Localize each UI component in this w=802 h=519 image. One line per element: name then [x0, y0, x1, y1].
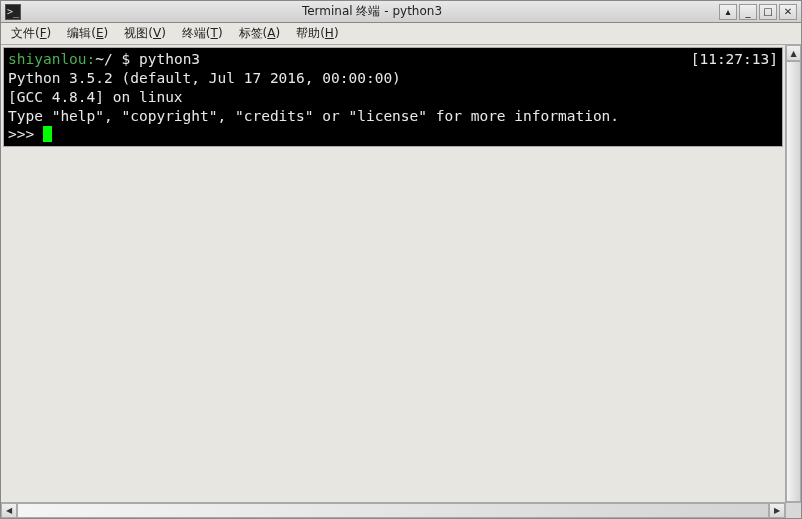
titlebar[interactable]: >_ Terminal 终端 - python3 ▴ _ □ ✕ [1, 1, 801, 23]
cursor-icon [43, 126, 52, 142]
maximize-button[interactable]: □ [759, 4, 777, 20]
menu-help[interactable]: 帮助(H) [290, 23, 344, 44]
terminal-container: shiyanlou:~/ $ python3 [11:27:13] Python… [1, 45, 801, 518]
menubar: 文件(F) 编辑(E) 视图(V) 终端(T) 标签(A) 帮助(H) [1, 23, 801, 45]
prompt-symbol: $ [113, 51, 139, 67]
close-button[interactable]: ✕ [779, 4, 797, 20]
prompt-path: ~/ [95, 51, 112, 67]
window-controls: ▴ _ □ ✕ [719, 4, 797, 20]
clock: [11:27:13] [691, 50, 778, 69]
menu-view[interactable]: 视图(V) [118, 23, 172, 44]
terminal-window: >_ Terminal 终端 - python3 ▴ _ □ ✕ 文件(F) 编… [0, 0, 802, 519]
menu-tabs[interactable]: 标签(A) [233, 23, 287, 44]
rollup-button[interactable]: ▴ [719, 4, 737, 20]
menu-file[interactable]: 文件(F) [5, 23, 57, 44]
scroll-up-icon[interactable]: ▲ [786, 45, 801, 61]
menu-terminal[interactable]: 终端(T) [176, 23, 229, 44]
prompt-user: shiyanlou: [8, 51, 95, 67]
scroll-thumb-horizontal[interactable] [17, 503, 769, 518]
horizontal-scrollbar[interactable]: ◀ ▶ [1, 502, 785, 518]
command: python3 [139, 51, 200, 67]
scroll-track-horizontal[interactable] [17, 503, 769, 518]
terminal-output[interactable]: shiyanlou:~/ $ python3 [11:27:13] Python… [3, 47, 783, 147]
help-line: Type "help", "copyright", "credits" or "… [8, 107, 778, 126]
window-title: Terminal 终端 - python3 [25, 3, 719, 20]
scroll-track-vertical[interactable] [786, 61, 801, 502]
scroll-right-icon[interactable]: ▶ [769, 503, 785, 518]
vertical-scrollbar[interactable]: ▲ ▼ [785, 45, 801, 518]
repl-prompt: >>> [8, 126, 43, 142]
minimize-button[interactable]: _ [739, 4, 757, 20]
gcc-line: [GCC 4.8.4] on linux [8, 88, 778, 107]
scroll-left-icon[interactable]: ◀ [1, 503, 17, 518]
menu-edit[interactable]: 编辑(E) [61, 23, 114, 44]
app-icon: >_ [5, 4, 21, 20]
python-version-line: Python 3.5.2 (default, Jul 17 2016, 00:0… [8, 69, 778, 88]
scroll-thumb-vertical[interactable] [786, 61, 801, 502]
scrollbar-corner [785, 502, 801, 518]
